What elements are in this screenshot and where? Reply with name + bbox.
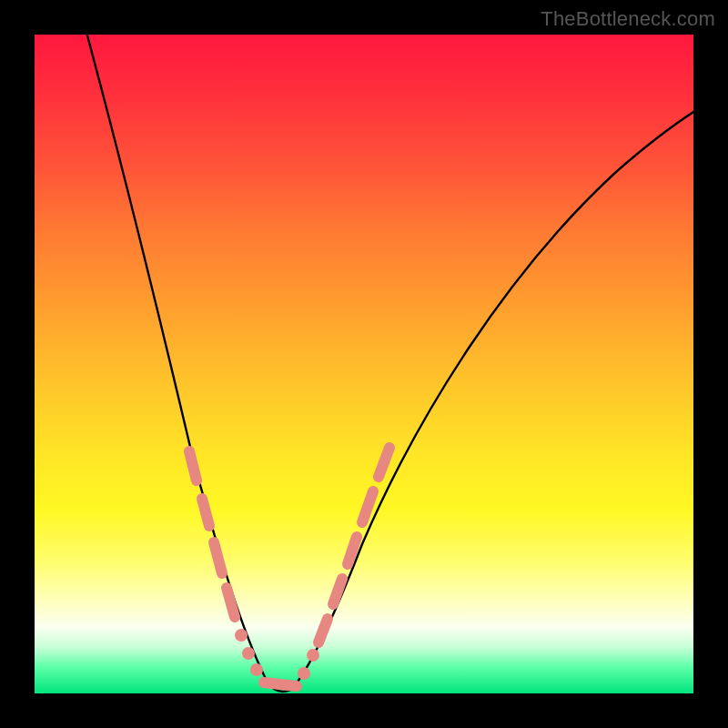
curve-layer: [35, 35, 693, 693]
highlight-segment: [189, 451, 197, 480]
plot-area: [35, 35, 693, 693]
highlight-segment: [202, 499, 209, 526]
highlight-segment: [264, 682, 297, 686]
highlight-dot: [307, 649, 319, 662]
highlight-dot: [242, 647, 255, 660]
highlight-segment: [318, 619, 328, 642]
watermark-text: TheBottleneck.com: [541, 7, 715, 31]
highlight-segment: [227, 588, 235, 617]
highlight-segment: [362, 491, 373, 522]
highlight-segment: [379, 448, 389, 477]
bottleneck-curve: [85, 25, 708, 692]
highlight-segment: [214, 542, 222, 573]
highlight-segment: [333, 579, 342, 604]
highlight-dot: [250, 663, 263, 676]
chart-frame: TheBottleneck.com: [0, 0, 728, 728]
highlight-dot: [235, 629, 248, 642]
highlight-dot: [298, 667, 310, 680]
